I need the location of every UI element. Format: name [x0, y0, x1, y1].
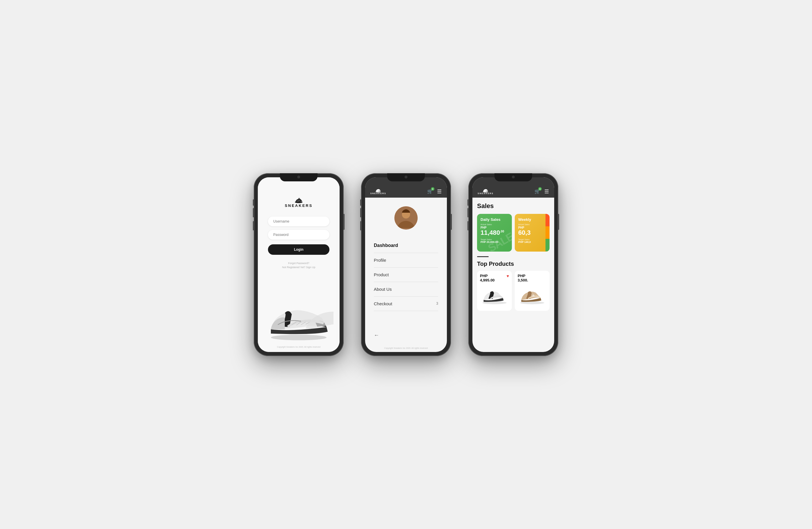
dash-header-sneaker-icon	[482, 188, 488, 192]
scene: SNEAKERS Login Forgot Password? Not Regi…	[236, 156, 576, 373]
daily-sales-title: Daily Sales	[480, 217, 508, 222]
login-copyright: Copyright Sneakers Inc 2020. All rights …	[258, 346, 339, 348]
header-logo: SNEAKERS	[370, 188, 386, 195]
dash-hamburger-icon[interactable]: ☰	[544, 188, 549, 195]
menu-item-dashboard-label: Dashboard	[374, 243, 398, 248]
header-icons: 🛒 0 ☰	[427, 188, 442, 195]
product-2-price: PHP3,500.	[518, 274, 547, 282]
menu-item-product[interactable]: Product	[374, 268, 438, 282]
username-input[interactable]	[268, 216, 330, 226]
section-divider	[477, 256, 489, 257]
weekly-target-label: Target Sales	[518, 239, 546, 241]
dash-content: Sales Daily Sales Actual Sales PHP 11,48…	[473, 198, 554, 352]
phone-dashboard: SNEAKERS 🛒 0 ☰ Sales	[468, 173, 558, 356]
menu-item-checkout[interactable]: Checkout 3	[374, 297, 438, 311]
password-input[interactable]	[268, 230, 330, 240]
svg-rect-1	[297, 201, 298, 202]
weekly-target: Target Sales PHP 140,0	[518, 239, 546, 243]
login-screen: SNEAKERS Login Forgot Password? Not Regi…	[258, 177, 339, 352]
login-logo: SNEAKERS	[285, 198, 313, 208]
daily-sales-card: Daily Sales Actual Sales PHP 11,480.00 T…	[477, 214, 512, 252]
weekly-sales-title: Weekly	[518, 217, 546, 222]
phone-menu: SNEAKERS 🛒 0 ☰	[361, 173, 451, 356]
dash-cart-badge: 0	[538, 187, 542, 191]
phone-login: SNEAKERS Login Forgot Password? Not Regi…	[254, 173, 344, 356]
menu-item-dashboard[interactable]: Dashboard	[374, 238, 438, 253]
menu-copyright: Copyright Sneakers Inc 2020. All rights …	[365, 344, 447, 352]
weekly-accent-bar	[546, 214, 550, 252]
product-1-heart: ♥	[507, 274, 509, 278]
login-form: Login	[268, 216, 330, 255]
menu-header: SNEAKERS 🛒 0 ☰	[365, 177, 447, 198]
hamburger-icon[interactable]: ☰	[437, 188, 442, 195]
menu-items-list: Dashboard Profile Product About Us Check	[374, 238, 438, 311]
forgot-password-link[interactable]: Forgot Password?	[288, 262, 309, 264]
cart-badge: 0	[431, 187, 434, 191]
svg-rect-2	[298, 200, 299, 202]
product-card-1: PHP4,995.00 ♥	[477, 271, 512, 311]
menu-content: Dashboard Profile Product About Us Check	[365, 198, 447, 327]
weekly-target-value: PHP 140,0	[518, 241, 546, 243]
menu-item-about-label: About Us	[374, 287, 392, 291]
cart-icon-wrap[interactable]: 🛒 0	[427, 189, 433, 194]
menu-item-checkout-label: Checkout	[374, 301, 392, 306]
top-products-title: Top Products	[477, 261, 550, 267]
login-brand-text: SNEAKERS	[285, 203, 313, 208]
sneaker-logo-icon	[295, 198, 303, 203]
header-brand-text: SNEAKERS	[370, 192, 386, 195]
register-link[interactable]: Not Registered Yet? Sign Up	[282, 266, 316, 269]
dash-header-brand: SNEAKERS	[478, 192, 494, 195]
sales-cards: Daily Sales Actual Sales PHP 11,480.00 T…	[477, 214, 550, 252]
daily-cents: .00	[500, 230, 504, 233]
product-card-2: PHP3,500.	[515, 271, 550, 311]
menu-item-profile-label: Profile	[374, 258, 386, 262]
menu-screen: SNEAKERS 🛒 0 ☰	[365, 177, 447, 352]
user-avatar	[394, 206, 418, 230]
sneaker-illustration	[264, 298, 334, 342]
product-1-image	[480, 285, 509, 308]
daily-actual-label: Actual Sales	[480, 224, 508, 226]
weekly-amount: 60,3	[518, 229, 546, 236]
menu-item-profile[interactable]: Profile	[374, 253, 438, 268]
weekly-currency: PHP	[518, 226, 546, 229]
dash-header-icons: 🛒 0 ☰	[535, 188, 549, 195]
weekly-actual-label: Actual Sales	[518, 224, 546, 226]
product-1-price: PHP4,995.00	[480, 274, 509, 282]
dash-header-logo: SNEAKERS	[478, 188, 494, 195]
menu-item-about[interactable]: About Us	[374, 282, 438, 297]
checkout-badge: 3	[436, 301, 438, 305]
dashboard-screen: SNEAKERS 🛒 0 ☰ Sales	[473, 177, 554, 352]
menu-item-product-label: Product	[374, 272, 389, 277]
product-cards: PHP4,995.00 ♥	[477, 271, 550, 311]
dash-header: SNEAKERS 🛒 0 ☰	[473, 177, 554, 198]
daily-currency: PHP	[480, 226, 508, 229]
product-2-image	[518, 285, 547, 308]
login-button[interactable]: Login	[268, 244, 330, 255]
sales-section-title: Sales	[477, 202, 550, 210]
svg-rect-3	[299, 200, 300, 201]
weekly-sales-card: Weekly Actual Sales PHP 60,3 Target Sale…	[515, 214, 550, 252]
sneaker-svg	[264, 298, 334, 342]
dash-cart-icon-wrap[interactable]: 🛒 0	[535, 189, 540, 194]
login-links: Forgot Password? Not Registered Yet? Sig…	[282, 262, 316, 269]
svg-point-4	[271, 334, 327, 340]
back-button[interactable]: ←	[365, 327, 447, 344]
header-sneaker-icon	[375, 188, 381, 192]
